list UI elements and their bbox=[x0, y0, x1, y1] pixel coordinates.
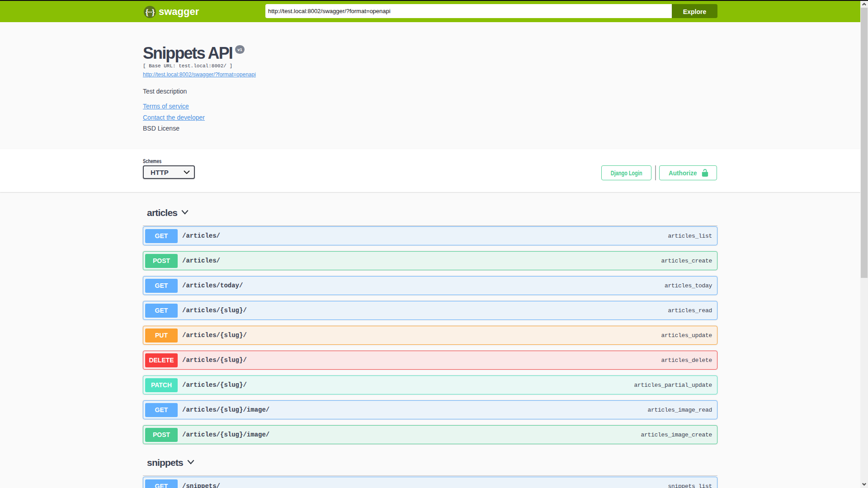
svg-text:}: } bbox=[151, 7, 155, 17]
